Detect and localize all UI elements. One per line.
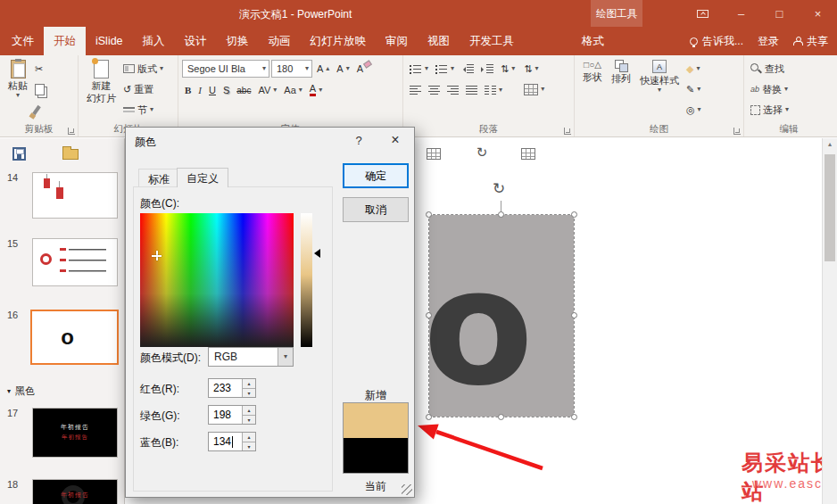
text-shadow-button[interactable]: S (220, 81, 232, 99)
slide-thumbnail-14[interactable] (32, 172, 118, 219)
section-button[interactable]: 节 ▾ (120, 101, 166, 119)
paste-button[interactable]: 粘贴 ▾ (4, 58, 32, 122)
font-name-combo[interactable]: Segoe UI Bla ▾ (182, 60, 269, 78)
columns-button[interactable]: ▾ (482, 81, 505, 99)
grow-font-button[interactable]: A ▴ (314, 60, 332, 78)
ok-button[interactable]: 确定 (343, 163, 409, 188)
text-direction-button[interactable]: ⇅ ▾ (521, 60, 547, 78)
red-spinner[interactable]: 233 ▴ ▾ (208, 378, 256, 398)
spin-down-button[interactable]: ▾ (243, 415, 255, 425)
copy-button[interactable] (32, 80, 47, 98)
clipboard-dialog-launcher[interactable] (68, 128, 75, 135)
drawing-dialog-launcher[interactable] (733, 128, 741, 135)
vertical-scrollbar[interactable]: ▴ (822, 138, 837, 504)
tab-design[interactable]: 设计 (175, 27, 217, 55)
cancel-button[interactable]: 取消 (343, 197, 409, 222)
increase-indent-button[interactable] (478, 60, 496, 78)
bold-button[interactable]: B (182, 81, 194, 99)
slide-thumbnail-18[interactable]: 年初报告 (32, 479, 118, 504)
resize-handle-se[interactable] (571, 414, 577, 420)
layout-button[interactable]: 版式 ▾ (120, 60, 166, 78)
font-size-combo[interactable]: 180 ▾ (271, 60, 312, 78)
align-center-button[interactable] (426, 81, 443, 99)
tab-islide[interactable]: iSlide (86, 27, 133, 55)
reset-button[interactable]: ↺ 重置 (120, 80, 166, 98)
replace-button[interactable]: ab 替换 ▾ (748, 80, 830, 98)
borders-grid-button[interactable] (517, 143, 540, 164)
dialog-help-button[interactable]: ? (350, 134, 368, 147)
shapes-button[interactable]: □○△ 形状 (578, 58, 607, 122)
tab-view[interactable]: 视图 (418, 27, 460, 55)
tab-review[interactable]: 审阅 (376, 27, 418, 55)
numbering-button[interactable]: ▾ (433, 60, 457, 78)
align-text-button[interactable]: ▾ (521, 80, 547, 98)
rotate-object-button[interactable]: ↻ (470, 142, 493, 163)
bullets-button[interactable]: ▾ (407, 60, 431, 78)
change-case-button[interactable]: Aa ▾ (281, 81, 304, 99)
rotation-handle[interactable]: ↻ (493, 179, 505, 198)
new-slide-button[interactable]: 新建 幻灯片 (82, 58, 120, 122)
shape-outline-button[interactable]: ✎ ▾ (684, 80, 704, 98)
shape-effects-button[interactable]: ◎ ▾ (684, 101, 704, 119)
format-painter-button[interactable] (32, 101, 47, 119)
line-spacing-button[interactable]: ⇅ ▾ (498, 60, 518, 78)
close-button[interactable]: × (799, 0, 837, 27)
luminance-slider[interactable] (314, 249, 320, 258)
font-color-button[interactable]: A ▾ (307, 81, 325, 99)
arrange-button[interactable]: 排列 (607, 58, 635, 122)
underline-button[interactable]: U (206, 81, 219, 99)
tab-developer[interactable]: 开发工具 (460, 27, 524, 55)
sign-in-button[interactable]: 登录 (758, 34, 779, 49)
gradient-crosshair[interactable] (152, 251, 162, 260)
scroll-up-icon[interactable]: ▴ (823, 140, 837, 148)
spin-up-button[interactable]: ▴ (243, 406, 255, 415)
decrease-indent-button[interactable] (459, 60, 477, 78)
tab-format[interactable]: 格式 (572, 27, 614, 55)
spin-down-button[interactable]: ▾ (243, 388, 255, 398)
tab-file[interactable]: 文件 (2, 27, 44, 55)
shrink-font-button[interactable]: A ▾ (334, 60, 352, 78)
tab-slideshow[interactable]: 幻灯片放映 (301, 27, 377, 55)
tab-custom[interactable]: 自定义 (177, 168, 228, 187)
scrollbar-thumb[interactable] (825, 154, 835, 261)
justify-button[interactable] (463, 81, 480, 99)
dialog-close-button[interactable]: × (382, 130, 409, 150)
slide-thumbnail-17[interactable]: 年初报告 年初报告 (32, 408, 118, 458)
dropdown-button[interactable]: ▾ (278, 348, 293, 366)
tab-transitions[interactable]: 切换 (217, 27, 259, 55)
green-spinner[interactable]: 198 ▴ ▾ (208, 405, 256, 425)
blue-spinner[interactable]: 134 ▴ ▾ (208, 432, 256, 451)
luminance-bar[interactable] (301, 213, 312, 347)
resize-handle-e[interactable] (571, 312, 577, 318)
maximize-button[interactable]: □ (760, 0, 799, 27)
slide-thumbnail-16-selected[interactable]: o (30, 310, 119, 365)
tab-animations[interactable]: 动画 (259, 27, 301, 55)
shape-fill-button[interactable]: ◆ ▾ (684, 60, 704, 78)
select-button[interactable]: 选择 ▾ (748, 101, 830, 119)
resize-handle-n[interactable] (498, 211, 504, 218)
tab-standard[interactable]: 标准 (138, 169, 179, 187)
strikethrough-button[interactable]: abc (234, 81, 253, 99)
align-left-button[interactable] (407, 81, 424, 99)
paragraph-dialog-launcher[interactable] (564, 128, 571, 135)
tab-insert[interactable]: 插入 (133, 27, 175, 55)
slide-thumbnail-15[interactable] (32, 238, 118, 286)
section-header-black[interactable]: ▾ 黑色 (7, 384, 35, 398)
resize-handle-w[interactable] (426, 312, 432, 318)
quick-styles-button[interactable]: A 快速样式 ▾ (635, 58, 684, 122)
spin-up-button[interactable]: ▴ (243, 379, 255, 388)
dialog-resize-grip[interactable] (402, 484, 412, 495)
open-button[interactable] (59, 144, 82, 165)
clear-formatting-button[interactable]: A (354, 60, 366, 78)
tell-me-box[interactable]: 告诉我... (690, 34, 743, 49)
character-spacing-button[interactable]: AV ▾ (255, 81, 279, 99)
find-button[interactable]: 查找 (748, 60, 830, 78)
spin-down-button[interactable]: ▾ (243, 442, 255, 451)
selected-shape[interactable]: o (429, 215, 574, 417)
italic-button[interactable]: I (195, 81, 204, 99)
share-button[interactable]: 共享 (793, 34, 828, 49)
spin-up-button[interactable]: ▴ (243, 433, 255, 442)
cut-button[interactable]: ✂ (32, 60, 47, 78)
tab-home[interactable]: 开始 (44, 27, 86, 55)
color-mode-dropdown[interactable]: RGB ▾ (208, 347, 294, 367)
